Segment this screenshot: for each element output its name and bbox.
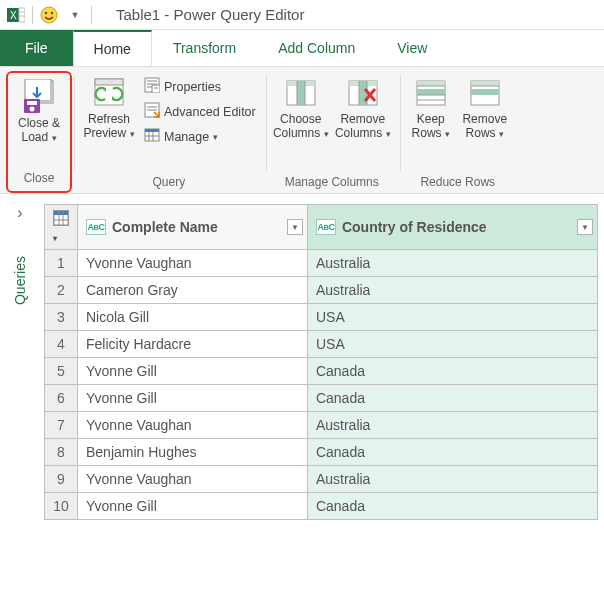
- close-and-load-button[interactable]: Close & Load ▾: [10, 75, 68, 145]
- qat-dropdown-icon[interactable]: ▼: [65, 5, 85, 25]
- cell-country[interactable]: USA: [307, 304, 597, 331]
- filter-dropdown-icon[interactable]: ▼: [577, 219, 593, 235]
- column-header-complete-name[interactable]: ABC Complete Name ▼: [78, 205, 308, 250]
- type-text-icon: ABC: [86, 219, 106, 235]
- svg-text:X: X: [10, 10, 17, 21]
- cell-complete-name[interactable]: Yvonne Vaughan: [78, 412, 308, 439]
- keep-rows-label: Keep Rows: [412, 112, 445, 140]
- row-number[interactable]: 4: [45, 331, 78, 358]
- choose-columns-label: Choose Columns: [273, 112, 322, 140]
- cell-country[interactable]: Australia: [307, 466, 597, 493]
- table-row[interactable]: 7Yvonne VaughanAustralia: [45, 412, 598, 439]
- ribbon-group-reduce-rows: Keep Rows ▾ Remove Rows ▾ Reduce Rows: [400, 71, 516, 193]
- content-area: › Queries ▾ ABC Complete Name ▼ ABC Coun…: [0, 194, 604, 612]
- cell-complete-name[interactable]: Yvonne Vaughan: [78, 466, 308, 493]
- cell-country[interactable]: Canada: [307, 385, 597, 412]
- ribbon-group-close-label: Close: [24, 167, 55, 189]
- svg-rect-47: [471, 89, 499, 95]
- cell-complete-name[interactable]: Benjamin Hughes: [78, 439, 308, 466]
- properties-button[interactable]: Properties: [142, 75, 258, 98]
- refresh-preview-label: Refresh Preview: [83, 112, 130, 140]
- svg-rect-2: [19, 8, 25, 22]
- expand-queries-chevron-icon[interactable]: ›: [17, 204, 22, 222]
- svg-rect-19: [152, 85, 160, 93]
- refresh-preview-button[interactable]: Refresh Preview ▾: [80, 71, 138, 141]
- keep-rows-button[interactable]: Keep Rows ▾: [406, 71, 456, 141]
- cell-complete-name[interactable]: Felicity Hardacre: [78, 331, 308, 358]
- row-number[interactable]: 7: [45, 412, 78, 439]
- choose-columns-icon: [283, 75, 319, 111]
- cell-complete-name[interactable]: Cameron Gray: [78, 277, 308, 304]
- properties-icon: [144, 77, 160, 96]
- data-table: ▾ ABC Complete Name ▼ ABC Country of Res…: [44, 204, 598, 520]
- svg-point-7: [51, 11, 53, 13]
- cell-country[interactable]: Canada: [307, 358, 597, 385]
- queries-pane-collapsed: › Queries: [0, 194, 40, 612]
- close-and-load-icon: [21, 79, 57, 115]
- filter-dropdown-icon[interactable]: ▼: [287, 219, 303, 235]
- cell-complete-name[interactable]: Yvonne Gill: [78, 385, 308, 412]
- row-number[interactable]: 5: [45, 358, 78, 385]
- table-row[interactable]: 9Yvonne VaughanAustralia: [45, 466, 598, 493]
- table-row[interactable]: 2Cameron GrayAustralia: [45, 277, 598, 304]
- cell-complete-name[interactable]: Yvonne Vaughan: [78, 250, 308, 277]
- column-header-country-label: Country of Residence: [342, 219, 487, 235]
- ribbon-group-manage-columns-label: Manage Columns: [285, 171, 379, 193]
- remove-rows-icon: [467, 75, 503, 111]
- cell-country[interactable]: USA: [307, 331, 597, 358]
- tab-transform[interactable]: Transform: [152, 30, 257, 66]
- svg-rect-31: [297, 81, 305, 105]
- cell-complete-name[interactable]: Nicola Gill: [78, 304, 308, 331]
- tab-add-column[interactable]: Add Column: [257, 30, 376, 66]
- data-preview-grid: ▾ ABC Complete Name ▼ ABC Country of Res…: [40, 194, 604, 612]
- table-row[interactable]: 6Yvonne GillCanada: [45, 385, 598, 412]
- tab-view[interactable]: View: [376, 30, 448, 66]
- tab-file[interactable]: File: [0, 30, 73, 66]
- queries-pane-label[interactable]: Queries: [12, 256, 28, 305]
- cell-complete-name[interactable]: Yvonne Gill: [78, 493, 308, 520]
- row-number[interactable]: 3: [45, 304, 78, 331]
- table-row[interactable]: 1Yvonne VaughanAustralia: [45, 250, 598, 277]
- row-number[interactable]: 6: [45, 385, 78, 412]
- svg-rect-41: [417, 89, 445, 95]
- ribbon-group-close: Close & Load ▾ Close: [6, 71, 72, 193]
- table-row[interactable]: 4Felicity HardacreUSA: [45, 331, 598, 358]
- remove-rows-button[interactable]: Remove Rows ▾: [460, 71, 510, 141]
- tab-home[interactable]: Home: [73, 30, 152, 66]
- keep-rows-icon: [413, 75, 449, 111]
- cell-complete-name[interactable]: Yvonne Gill: [78, 358, 308, 385]
- row-number[interactable]: 10: [45, 493, 78, 520]
- row-number[interactable]: 9: [45, 466, 78, 493]
- row-number[interactable]: 1: [45, 250, 78, 277]
- row-number[interactable]: 8: [45, 439, 78, 466]
- remove-columns-button[interactable]: Remove Columns ▾: [334, 71, 392, 141]
- table-row[interactable]: 8Benjamin HughesCanada: [45, 439, 598, 466]
- advanced-editor-label: Advanced Editor: [164, 105, 256, 119]
- cell-country[interactable]: Australia: [307, 250, 597, 277]
- row-number[interactable]: 2: [45, 277, 78, 304]
- ribbon-group-manage-columns: Choose Columns ▾ Remove Columns ▾ Manage…: [266, 71, 398, 193]
- cell-country[interactable]: Canada: [307, 493, 597, 520]
- table-icon: [53, 210, 69, 226]
- table-row[interactable]: 3Nicola GillUSA: [45, 304, 598, 331]
- cell-country[interactable]: Australia: [307, 277, 597, 304]
- advanced-editor-button[interactable]: Advanced Editor: [142, 100, 258, 123]
- qat-separator-2: [91, 6, 92, 24]
- cell-country[interactable]: Canada: [307, 439, 597, 466]
- qat-separator: [32, 6, 33, 24]
- table-header-corner[interactable]: ▾: [45, 205, 78, 250]
- manage-button[interactable]: Manage ▾: [142, 125, 258, 148]
- column-header-country[interactable]: ABC Country of Residence ▼: [307, 205, 597, 250]
- svg-rect-50: [54, 211, 68, 215]
- table-row[interactable]: 5Yvonne GillCanada: [45, 358, 598, 385]
- cell-country[interactable]: Australia: [307, 412, 597, 439]
- svg-point-6: [45, 11, 47, 13]
- svg-rect-11: [27, 101, 37, 105]
- smiley-icon[interactable]: [39, 5, 59, 25]
- manage-icon: [144, 127, 160, 146]
- choose-columns-button[interactable]: Choose Columns ▾: [272, 71, 330, 141]
- advanced-editor-icon: [144, 102, 160, 121]
- svg-point-5: [41, 7, 57, 23]
- ribbon-tabs: File Home Transform Add Column View: [0, 30, 604, 66]
- table-row[interactable]: 10Yvonne GillCanada: [45, 493, 598, 520]
